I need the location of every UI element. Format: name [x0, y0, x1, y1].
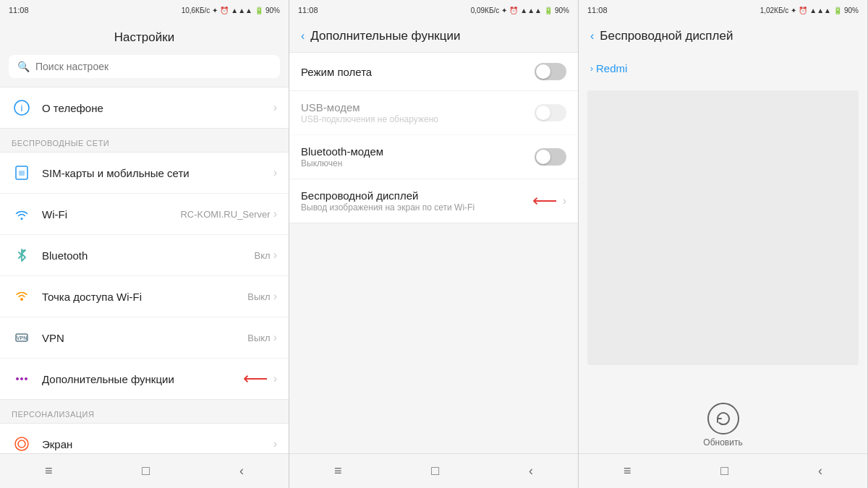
nav-home-1[interactable]: □ [142, 463, 150, 479]
bt-icon-1: ✦ [212, 7, 218, 14]
sim-chevron: › [273, 166, 277, 179]
settings-item-usb-modem: USB-модем USB-подключения не обнаружено [289, 91, 578, 135]
screen-title: Экран [42, 438, 273, 450]
more-icon [12, 369, 32, 389]
wifi-chevron: › [273, 207, 277, 221]
svg-text:i: i [21, 103, 23, 114]
clock-icon-2: ⏰ [509, 7, 518, 14]
airplane-toggle[interactable] [535, 63, 566, 80]
wireless-display-title: Беспроводной дисплей [301, 189, 532, 202]
time-3: 11:08 [587, 6, 608, 14]
vpn-text: VPN [42, 332, 247, 344]
nav-back-2[interactable]: ‹ [529, 463, 533, 479]
about-title: О телефоне [42, 102, 273, 114]
more-red-arrow: ⟵ [243, 369, 268, 389]
section-label-wireless: БЕСПРОВОДНЫЕ СЕТИ [0, 132, 289, 152]
wifi-value: RC-KOMI.RU_Server [180, 209, 270, 220]
wifi-title: Wi-Fi [42, 208, 180, 221]
settings-item-wireless-display[interactable]: Беспроводной дисплей Вывод изображения н… [289, 179, 578, 223]
wireless-display-chevron: › [563, 194, 566, 207]
nav-menu-2[interactable]: ≡ [334, 463, 342, 479]
wifi-text: Wi-Fi [42, 208, 180, 221]
status-icons-3: 1,02КБ/с ✦ ⏰ ▲▲▲ 🔋 90% [760, 7, 859, 14]
more-text: Дополнительные функции [42, 373, 243, 385]
back-button-3[interactable]: ‹ [590, 30, 594, 43]
svg-point-7 [16, 377, 19, 380]
settings-item-bluetooth[interactable]: Bluetooth Вкл › [0, 235, 289, 276]
settings-item-more[interactable]: Дополнительные функции ⟵ › [0, 359, 289, 399]
settings-item-bt-modem[interactable]: Bluetooth-модем Выключен [289, 135, 578, 179]
time-1: 11:08 [9, 6, 29, 14]
screen-text: Экран [42, 438, 273, 450]
svg-text:VPN: VPN [17, 335, 27, 341]
nav-home-3[interactable]: □ [720, 463, 728, 479]
settings-item-hotspot[interactable]: Точка доступа Wi-Fi Выкл › [0, 276, 289, 317]
usb-modem-text: USB-модем USB-подключения не обнаружено [301, 101, 535, 124]
wireless-display-text: Беспроводной дисплей Вывод изображения н… [301, 189, 532, 213]
nav-home-2[interactable]: □ [431, 463, 439, 479]
usb-modem-subtitle: USB-подключения не обнаружено [301, 114, 535, 124]
settings-item-wifi[interactable]: Wi-Fi RC-KOMI.RU_Server › [0, 194, 289, 235]
battery-icon-1: 🔋 [255, 7, 263, 14]
nav-back-1[interactable]: ‹ [239, 463, 244, 479]
bt-modem-toggle[interactable] [535, 148, 566, 166]
settings-item-sim[interactable]: SIM-карты и мобильные сети › [0, 153, 289, 194]
status-bar-1: 11:08 10,6КБ/с ✦ ⏰ ▲▲▲ 🔋 90% [0, 0, 289, 20]
settings-item-about[interactable]: i О телефоне › [0, 87, 289, 128]
bluetooth-chevron: › [273, 249, 277, 262]
status-icons-2: 0,09КБ/с ✦ ⏰ ▲▲▲ 🔋 90% [471, 7, 569, 14]
battery-icon-2: 🔋 [544, 7, 553, 14]
redmi-link[interactable]: › Redmi [579, 52, 867, 85]
settings-item-airplane[interactable]: Режим полета [289, 53, 578, 91]
battery-pct-3: 90% [844, 7, 859, 14]
airplane-title: Режим полета [301, 66, 535, 78]
bt-modem-text: Bluetooth-модем Выключен [301, 145, 535, 168]
svg-point-11 [18, 440, 25, 448]
status-bar-2: 11:08 0,09КБ/с ✦ ⏰ ▲▲▲ 🔋 90% [289, 0, 578, 20]
settings-item-screen[interactable]: Экран › [0, 424, 289, 453]
hotspot-icon [12, 286, 32, 307]
hotspot-value: Выкл [247, 291, 270, 302]
refresh-button[interactable] [707, 403, 739, 435]
svg-point-8 [20, 377, 23, 380]
network-speed-1: 10,6КБ/с [182, 7, 210, 14]
network-speed-2: 0,09КБ/с [471, 7, 500, 14]
settings-item-vpn[interactable]: VPN VPN Выкл › [0, 317, 289, 359]
sim-text: SIM-карты и мобильные сети [42, 167, 273, 179]
panel-additional: 11:08 0,09КБ/с ✦ ⏰ ▲▲▲ 🔋 90% ‹ Дополните… [289, 0, 579, 488]
vpn-chevron: › [273, 331, 277, 344]
time-2: 11:08 [298, 6, 318, 14]
search-bar[interactable]: 🔍 [9, 55, 280, 78]
nav-menu-1[interactable]: ≡ [45, 463, 53, 479]
airplane-text: Режим полета [301, 66, 535, 78]
battery-icon-3: 🔋 [833, 7, 842, 14]
nav-bar-2: ≡ □ ‹ [289, 453, 578, 488]
bluetooth-title: Bluetooth [42, 249, 255, 262]
sim-title: SIM-карты и мобильные сети [42, 167, 273, 179]
clock-icon-3: ⏰ [799, 7, 807, 14]
sim-icon [12, 163, 32, 183]
battery-pct-1: 90% [265, 7, 280, 14]
clock-icon-1: ⏰ [220, 7, 229, 14]
additional-content: Режим полета USB-модем USB-подключения н… [289, 52, 578, 453]
additional-header: ‹ Дополнительные функции [289, 20, 578, 52]
search-input[interactable] [35, 61, 271, 72]
screen-icon [12, 434, 32, 453]
bt-modem-subtitle: Выключен [301, 158, 535, 168]
redmi-label[interactable]: Redmi [596, 62, 627, 74]
back-button-2[interactable]: ‹ [301, 30, 305, 43]
nav-bar-3: ≡ □ ‹ [579, 453, 867, 488]
usb-modem-title: USB-модем [301, 101, 535, 114]
nav-menu-3[interactable]: ≡ [624, 463, 631, 479]
section-personal: Экран › Обои › Темы [0, 423, 289, 453]
signal-icon-2: ▲▲▲ [520, 7, 542, 14]
hotspot-text: Точка доступа Wi-Fi [42, 291, 247, 303]
vpn-icon: VPN [12, 328, 32, 348]
signal-icon-1: ▲▲▲ [231, 7, 252, 14]
signal-icon-3: ▲▲▲ [809, 7, 831, 14]
nav-back-3[interactable]: ‹ [818, 463, 822, 479]
wireless-content: › Redmi [579, 52, 867, 395]
screen-chevron: › [273, 437, 277, 450]
section-label-personal: ПЕРСОНАЛИЗАЦИЯ [0, 403, 289, 423]
about-text: О телефоне [42, 102, 273, 114]
